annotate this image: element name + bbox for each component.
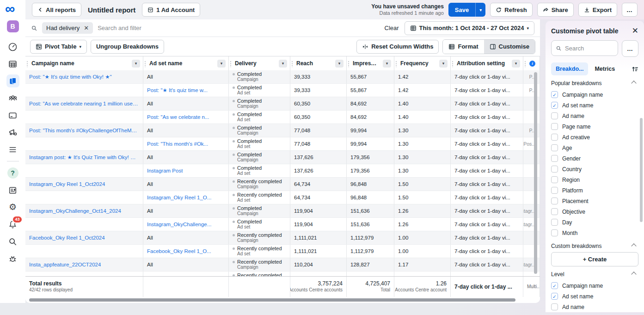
checkbox-unchecked-icon[interactable] [551,176,558,183]
column-menu-button[interactable]: ▾ [217,60,226,68]
ad-set-name-cell[interactable]: Insta_appfeature_22OC... [143,272,229,276]
drag-handle-icon[interactable] [291,60,294,67]
column-menu-button[interactable]: ▾ [335,60,343,68]
drag-handle-icon[interactable] [395,60,398,67]
drag-handle-icon[interactable] [524,60,527,67]
ad-set-name-cell[interactable]: Instagram_Oky Reel 1_O... [143,191,229,204]
breakdown-item-platform[interactable]: Platform [551,185,638,196]
breakdown-item-campaign-name[interactable]: ✓Campaign name [551,89,638,100]
settings-gear-icon[interactable]: ⚙ [6,201,19,214]
column-header-campaign-name[interactable]: Campaign name▾ [25,56,143,70]
search-filter-input[interactable]: Search and filter [98,25,380,31]
notifications-bell-icon[interactable]: 43 [6,218,19,231]
level-item-ad-set-name[interactable]: ✓Ad set name [551,291,638,302]
column-header-re[interactable]: iRe [523,56,540,70]
refresh-button[interactable]: Refresh [490,3,532,17]
breakdown-item-placement[interactable]: Placement [551,196,638,206]
campaign-link[interactable]: Instagram_OkyChallenge_Oct14_2024 [29,208,121,214]
checkbox-unchecked-icon[interactable] [551,303,558,310]
drag-handle-icon[interactable] [230,60,232,67]
checkbox-checked-icon[interactable]: ✓ [551,102,558,109]
ad-set-name-cell[interactable]: Post: "★ It's quiz time w... [143,84,229,97]
menu-icon[interactable] [6,143,19,156]
breakdown-item-ad-name[interactable]: Ad name [551,111,638,121]
breakdown-item-ad-creative[interactable]: Ad creative [551,132,638,142]
column-header-impressions[interactable]: Impressions▾ [347,56,394,70]
ungroup-breakdowns-button[interactable]: Ungroup Breakdowns [91,40,164,54]
drag-handle-icon[interactable] [452,60,454,67]
ads-megaphone-icon[interactable] [6,126,19,139]
campaign-name-cell[interactable]: Post: "★ It's quiz time with Oky! ★" [25,70,143,83]
campaign-link[interactable]: Post: "As we celebrate nearing 1 million… [29,101,139,106]
remove-filter-icon[interactable]: ✕ [84,25,89,31]
reports-icon[interactable] [6,74,19,87]
ad-set-link[interactable]: Instagram Post [147,168,183,173]
panel-more-button[interactable]: … [622,40,638,57]
breakdown-item-objective[interactable]: Objective [551,206,638,217]
breakdown-item-region[interactable]: Region [551,174,638,185]
column-header-frequency[interactable]: Frequency▾ [394,56,451,70]
reorder-icon[interactable] [632,66,638,73]
campaign-name-cell[interactable]: Instagram_OkyChallenge_Oct14_2024 [25,204,143,217]
section-popular-breakdowns[interactable]: Popular breakdowns [551,80,638,86]
panel-scrollbar[interactable] [640,118,643,222]
filter-chip-had-delivery[interactable]: Had delivery ✕ [42,22,93,34]
customise-button[interactable]: Customise [484,40,535,54]
campaign-name-cell[interactable]: Post: "This month's #OkyChallengeOfTheMo… [25,124,143,137]
campaign-link[interactable]: Post: "This month's #OkyChallengeOfTheMo… [29,128,139,133]
search-icon[interactable] [6,235,19,248]
reset-column-widths-button[interactable]: Reset Column Widths [356,40,439,54]
ad-set-name-cell[interactable]: Instagram_OkyChallenge... [143,218,229,231]
dashboard-gauge-icon[interactable] [6,40,19,53]
breakdown-item-age[interactable]: Age [551,142,638,153]
close-icon[interactable]: ✕ [632,27,638,35]
save-button[interactable]: Save [448,3,475,17]
breakdown-item-country[interactable]: Country [551,164,638,174]
avatar[interactable]: B [7,20,19,32]
level-item-campaign-name[interactable]: ✓Campaign name [551,280,638,291]
ad-set-link[interactable]: Post: "This month's #Ok... [147,141,208,147]
help-icon[interactable]: ? [6,167,19,179]
drag-handle-icon[interactable] [26,60,29,67]
checkbox-checked-icon[interactable]: ✓ [551,293,558,300]
column-menu-button[interactable]: ▾ [383,60,391,68]
format-button[interactable]: Format [443,40,484,54]
ad-set-name-cell[interactable]: Instagram Post [143,164,229,177]
date-range-button[interactable]: This month: 1 Oct 2024 - 27 Oct 2024 ▾ [405,21,534,35]
campaign-link[interactable]: Insta_appfeature_22OCT2024 [29,262,101,267]
meta-logo-icon[interactable]: ∞ [5,1,15,17]
checkbox-unchecked-icon[interactable] [551,166,558,173]
pivot-table-dropdown[interactable]: Pivot Table ▾ [30,40,87,54]
column-header-attribution-setting[interactable]: Attribution setting▾ [451,56,523,70]
checkbox-unchecked-icon[interactable] [551,123,558,130]
ad-set-link[interactable]: Post: "As we celebrate n... [147,114,209,120]
campaign-name-cell[interactable]: Facebook_Oky Reel 1_Oct2024 [25,231,143,244]
column-menu-button[interactable]: ▾ [512,60,520,68]
checkbox-unchecked-icon[interactable] [551,112,558,119]
ad-set-name-cell[interactable]: Facebook_Oky Reel 1_O... [143,245,229,258]
tab-metrics[interactable]: Metrics [595,66,615,72]
bug-icon[interactable] [6,252,19,265]
checkbox-unchecked-icon[interactable] [551,155,558,162]
export-button[interactable]: Export [578,3,617,17]
share-button[interactable]: Share [537,3,574,17]
ad-set-name-cell[interactable]: Post: "This month's #Ok... [143,137,229,150]
updates-icon[interactable] [6,184,19,197]
section-custom-breakdowns[interactable]: Custom breakdowns [551,243,638,249]
clear-filters-button[interactable]: Clear [385,25,399,31]
checkbox-checked-icon[interactable]: ✓ [551,91,558,98]
ad-set-link[interactable]: Facebook_Oky Reel 1_O... [147,248,211,254]
checkbox-unchecked-icon[interactable] [551,208,558,215]
breakdown-item-page-name[interactable]: Page name [551,121,638,132]
checkbox-unchecked-icon[interactable] [551,219,558,226]
campaign-name-cell[interactable]: Insta_appfeature_22OCT2024 [25,258,143,271]
drag-handle-icon[interactable] [144,60,147,67]
campaign-name-cell[interactable]: Post: "As we celebrate nearing 1 million… [25,97,143,110]
more-options-button[interactable]: … [622,3,638,17]
tab-breakdowns[interactable]: Breakdo... [551,62,588,75]
ad-set-link[interactable]: Instagram_OkyChallenge... [147,222,211,227]
breakdown-item-ad-set-name[interactable]: ✓Ad set name [551,100,638,111]
search-filter-bar[interactable]: Had delivery ✕ Search and filter Clear T… [25,19,540,37]
checkbox-unchecked-icon[interactable] [551,144,558,151]
column-menu-button[interactable]: ▾ [132,60,140,68]
